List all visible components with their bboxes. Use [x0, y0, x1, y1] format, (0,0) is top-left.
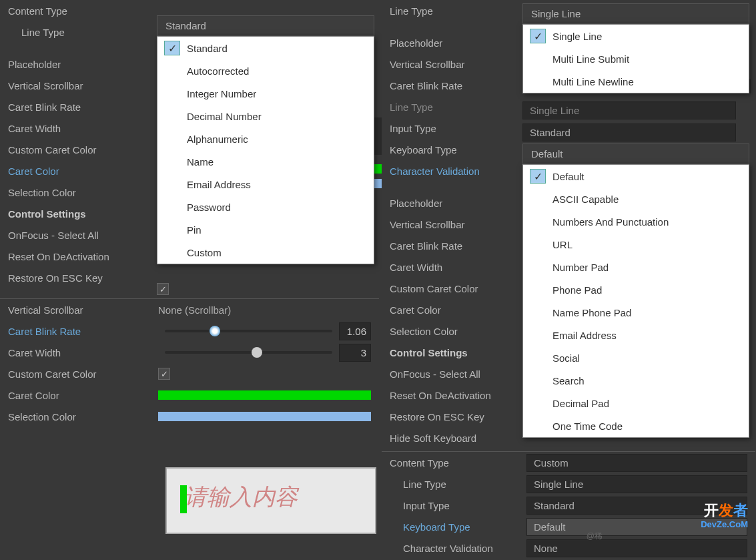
label3-caret-blink: Caret Blink Rate: [390, 80, 514, 91]
dropdown-option-label: Numbers And Punctuation: [552, 216, 669, 228]
dropdown-option[interactable]: Multi Line Submit: [523, 47, 749, 70]
check-icon: [530, 74, 546, 89]
dropdown-option[interactable]: ✓Standard: [157, 37, 374, 59]
dropdown-option[interactable]: Numbers And Punctuation: [523, 210, 749, 233]
dropdown-option-label: Name Phone Pad: [552, 307, 631, 318]
dropdown-option[interactable]: ASCII Capable: [523, 188, 749, 210]
dropdown-line-type-header[interactable]: Single Line: [522, 3, 749, 24]
dropdown-option-label: Password: [187, 202, 231, 213]
label3-caret-blink2: Caret Blink Rate: [390, 240, 514, 252]
dropdown-option-label: Number Pad: [552, 262, 609, 273]
dropdown-option-label: Decimal Number: [187, 111, 262, 122]
p4-keyboard-type: Keyboard Type: [390, 521, 526, 533]
dropdown-option-label: Decimal Pad: [552, 398, 609, 409]
label-selection-color2: Selection Color: [8, 411, 158, 423]
label-caret-color2: Caret Color: [8, 390, 158, 401]
p4-custom[interactable]: Custom: [526, 454, 747, 472]
label-onfocus: OnFocus - Select All: [8, 230, 149, 241]
dropdown-option[interactable]: Social: [523, 346, 749, 369]
dropdown-option[interactable]: Number Pad: [523, 256, 749, 278]
dropdown-option[interactable]: Password: [157, 196, 374, 218]
slider-caret-width[interactable]: [165, 351, 332, 354]
check-icon: [530, 260, 546, 274]
label-placeholder: Placeholder: [8, 59, 149, 70]
slider-caret-blink[interactable]: [165, 330, 332, 332]
dropdown-option-label: Multi Line Newline: [552, 76, 634, 87]
dropdown-option-label: Alphanumeric: [187, 133, 248, 145]
checkbox-restore-esc[interactable]: ✓: [157, 283, 169, 295]
check-icon: [530, 282, 546, 297]
check-icon: [164, 154, 180, 169]
dropdown-option[interactable]: Phone Pad: [523, 278, 749, 301]
check-icon: [164, 131, 180, 146]
input-preview[interactable]: 请输入内容: [165, 467, 376, 534]
checkbox-custom-caret[interactable]: ✓: [158, 368, 170, 380]
dropdown-option[interactable]: Search: [523, 369, 749, 392]
dropdown-content-type-header[interactable]: Standard: [157, 15, 374, 36]
dropdown-option[interactable]: Integer Number: [157, 82, 374, 105]
check-icon: [530, 418, 546, 433]
site-url: DevZe.CoM: [701, 519, 748, 529]
label-vertical-scrollbar: Vertical Scrollbar: [8, 80, 149, 91]
check-icon: [164, 86, 180, 101]
check-icon: [530, 51, 546, 66]
dropdown-keyboard-header[interactable]: Default: [522, 144, 749, 164]
label3-reset: Reset On DeActivation: [390, 390, 514, 401]
p4-single-line[interactable]: Single Line: [526, 475, 747, 493]
color-caret[interactable]: [158, 390, 371, 400]
dropdown-option[interactable]: Email Address: [157, 173, 374, 196]
dropdown-option-label: One Time Code: [552, 421, 623, 432]
check-icon: ✓: [530, 169, 546, 184]
value-caret-width[interactable]: 3: [339, 344, 371, 362]
dropdown-keyboard-list[interactable]: ✓DefaultASCII CapableNumbers And Punctua…: [522, 164, 749, 438]
label-caret-width: Caret Width: [8, 123, 149, 134]
section-control-settings: Control Settings: [8, 208, 149, 220]
label3-vscroll2: Vertical Scrollbar: [390, 219, 514, 230]
dropdown-option[interactable]: Email Address: [523, 324, 749, 346]
dropdown-option[interactable]: Decimal Number: [157, 105, 374, 127]
label3-placeholder: Placeholder: [390, 37, 514, 49]
dropdown-option[interactable]: One Time Code: [523, 414, 749, 437]
p4-input-type: Input Type: [390, 500, 526, 511]
color-selection[interactable]: [158, 412, 371, 421]
dropdown-option[interactable]: Autocorrected: [157, 59, 374, 82]
dropdown-line-type-list[interactable]: ✓Single LineMulti Line SubmitMulti Line …: [522, 24, 749, 93]
value-caret-blink[interactable]: 1.06: [339, 322, 371, 340]
check-icon: [164, 245, 180, 260]
label-custom-caret-color: Custom Caret Color: [8, 144, 149, 156]
dropdown-option[interactable]: URL: [523, 233, 749, 256]
dropdown-option[interactable]: ✓Single Line: [523, 25, 749, 47]
dropdown-option[interactable]: Name: [157, 150, 374, 173]
label3-hide-keyboard: Hide Soft Keyboard: [390, 433, 514, 444]
dropdown-option-label: Pin: [187, 224, 202, 236]
dropdown-content-type-list[interactable]: ✓StandardAutocorrectedInteger NumberDeci…: [157, 36, 374, 264]
value-single-line-ghost[interactable]: Single Line: [522, 101, 736, 119]
dropdown-option[interactable]: Name Phone Pad: [523, 301, 749, 324]
section3-control: Control Settings: [390, 347, 514, 358]
dropdown-option[interactable]: ✓Default: [523, 165, 749, 188]
dropdown-option[interactable]: Custom: [157, 241, 374, 264]
dropdown-option-label: Integer Number: [187, 88, 256, 99]
label3-char-validation: Character Validation: [390, 166, 514, 177]
p4-content-type: Content Type: [390, 457, 526, 469]
p4-none[interactable]: None: [526, 539, 747, 557]
label-caret-color: Caret Color: [8, 166, 149, 177]
check-icon: ✓: [530, 29, 546, 43]
value-standard[interactable]: Standard: [522, 123, 736, 142]
dropdown-option[interactable]: Decimal Pad: [523, 392, 749, 414]
dropdown-option[interactable]: Alphanumeric: [157, 127, 374, 150]
value-scrollbar-none[interactable]: None (Scrollbar): [158, 304, 231, 316]
check-icon: [530, 350, 546, 365]
label3-caret-width: Caret Width: [390, 262, 514, 273]
dropdown-option-label: Phone Pad: [552, 284, 602, 296]
check-icon: ✓: [164, 41, 180, 55]
check-icon: [530, 305, 546, 320]
dropdown-option[interactable]: Multi Line Newline: [523, 70, 749, 93]
dropdown-option[interactable]: Pin: [157, 218, 374, 241]
label3-line-type2: Line Type: [390, 101, 514, 113]
dropdown-option-label: Email Address: [552, 330, 617, 341]
check-icon: [530, 192, 546, 206]
label3-placeholder2: Placeholder: [390, 198, 514, 209]
dropdown-option-label: Autocorrected: [187, 65, 249, 77]
label3-onfocus: OnFocus - Select All: [390, 368, 514, 380]
